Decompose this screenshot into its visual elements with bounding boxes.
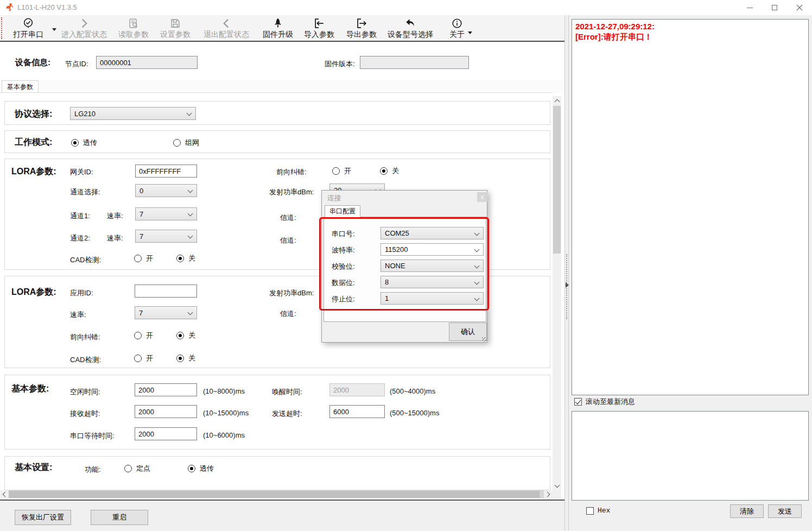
scroll-to-latest-checkbox[interactable] (574, 398, 582, 406)
lora2-fec-off-radio[interactable]: 关 (176, 331, 195, 340)
work-mode-network-radio[interactable]: 组网 (173, 138, 199, 148)
toolbar-about[interactable]: 关于 (446, 17, 468, 41)
lora1-tx-power-label: 发射功率dBm: (269, 187, 314, 197)
protocol-section: 协议选择: LG210 (4, 101, 550, 125)
idle-time-field[interactable] (135, 383, 197, 396)
save-params-icon (169, 17, 181, 29)
message-log[interactable]: 2021-12-27,09:29:12: [Error]:请打开串口！ (572, 19, 809, 395)
open-serial-port-dropdown-caret[interactable] (52, 28, 56, 31)
function-transparent-radio[interactable]: 透传 (188, 464, 214, 473)
firmware-version-field[interactable] (360, 56, 469, 69)
scroll-right-button[interactable] (544, 490, 553, 498)
about-dropdown-caret[interactable] (468, 31, 472, 34)
chevron-down-icon (474, 231, 480, 236)
toolbar-import-params[interactable]: 导入参数 (301, 17, 338, 41)
vertical-scrollbar-thumb[interactable] (553, 106, 561, 254)
protocol-label: 协议选择: (15, 109, 52, 120)
lora1-fec-on-radio[interactable]: 开 (332, 166, 351, 176)
scroll-left-button[interactable] (0, 490, 9, 498)
firmware-version-label: 固件版本: (325, 59, 355, 69)
about-icon (451, 17, 463, 29)
serial-port-combo[interactable]: COM25 (380, 227, 484, 239)
chevron-down-icon (188, 211, 193, 217)
toolbar-export-params[interactable]: 导出参数 (343, 17, 380, 41)
toolbar-save-params[interactable]: 设置参数 (156, 17, 194, 41)
dialog-resize-grip[interactable] (482, 337, 486, 342)
horizontal-scrollbar[interactable] (0, 490, 553, 498)
tx-timeout-field[interactable] (329, 405, 385, 418)
protocol-select[interactable]: LG210 (70, 107, 196, 120)
chevron-up-icon (554, 99, 560, 104)
lora2-cad-on-radio[interactable]: 开 (134, 353, 153, 363)
app-id-field[interactable] (135, 285, 197, 298)
lora2-rate-label: 速率: (70, 310, 86, 320)
gateway-id-label: 网关ID: (70, 167, 93, 177)
title-bar: L101-L-H20 V1.3.5 (0, 0, 812, 15)
scroll-down-button[interactable] (553, 481, 561, 490)
stop-bits-label: 停止位: (332, 294, 355, 304)
wake-time-label: 唤醒时间: (272, 387, 302, 397)
lora1-cad-on-radio[interactable]: 开 (134, 254, 153, 263)
rx-timeout-label: 接收超时: (70, 409, 100, 419)
toolbar-firmware-upgrade[interactable]: 固件升级 (259, 17, 296, 41)
node-id-field[interactable] (96, 56, 198, 69)
send-input[interactable] (572, 411, 809, 501)
dialog-tab-serial-config[interactable]: 串口配置 (325, 205, 360, 217)
rx-timeout-field[interactable] (135, 405, 197, 418)
baud-rate-combo[interactable]: 115200 (380, 243, 484, 256)
tx-timeout-label: 发送超时: (272, 409, 302, 419)
toolbar-read-params[interactable]: 读取参数 (115, 17, 152, 41)
channel2-rate-combo[interactable]: 7 (135, 230, 197, 243)
maximize-button[interactable] (762, 0, 787, 15)
log-line-error: [Error]:请打开串口！ (575, 31, 805, 42)
channel-select-combo[interactable]: 0 (135, 184, 197, 197)
channel-select-label: 通道选择: (70, 187, 100, 197)
function-fixed-point-radio[interactable]: 定点 (124, 464, 150, 473)
data-bits-combo[interactable]: 8 (380, 276, 484, 288)
horizontal-scrollbar-thumb[interactable] (9, 491, 540, 498)
lora1-cad-label: CAD检测: (70, 255, 101, 265)
toolbar-exit-config[interactable]: 退出配置状态 (200, 17, 253, 41)
confirm-button[interactable]: 确认 (449, 323, 487, 341)
restart-button[interactable]: 重启 (91, 510, 148, 525)
stop-bits-combo[interactable]: 1 (380, 292, 484, 305)
tab-strip: 基本参数 (0, 80, 564, 93)
tab-basic-params[interactable]: 基本参数 (2, 80, 39, 93)
toolbar-enter-config[interactable]: 进入配置状态 (58, 17, 111, 41)
factory-reset-button[interactable]: 恢复出厂设置 (15, 510, 71, 525)
close-icon: x (481, 193, 484, 201)
lora2-rate-combo[interactable]: 7 (135, 306, 197, 319)
dialog-close-button[interactable]: x (477, 192, 487, 202)
window-title: L101-L-H20 V1.3.5 (17, 3, 77, 11)
lora2-fec-on-radio[interactable]: 开 (134, 331, 153, 340)
chevron-down-icon (187, 111, 192, 116)
channel1-rate-combo[interactable]: 7 (135, 207, 197, 220)
lora2-channel-label: 信道: (280, 309, 296, 319)
idle-time-label: 空闲时间: (70, 387, 100, 397)
toolbar-device-model-select[interactable]: 设备型号选择 (384, 17, 436, 41)
lora1-fec-off-radio[interactable]: 关 (380, 166, 399, 176)
parity-combo[interactable]: NONE (380, 260, 484, 272)
serial-wait-field[interactable] (135, 427, 197, 440)
work-mode-transparent-radio[interactable]: 透传 (71, 138, 97, 148)
toolbar-grip[interactable] (1, 17, 3, 39)
connection-dialog[interactable]: 连接 x 串口配置 串口号: COM25 波特率: 115200 校验位: NO… (321, 190, 487, 343)
scroll-up-button[interactable] (553, 96, 561, 105)
channel2-rate-label: 速率: (107, 233, 123, 243)
panel-splitter[interactable] (564, 15, 569, 531)
app-window: L101-L-H20 V1.3.5 打开串口 进入配置状态 读取参数 (0, 0, 812, 531)
vertical-scrollbar[interactable] (553, 96, 561, 490)
lora2-cad-off-radio[interactable]: 关 (176, 353, 195, 363)
send-button[interactable]: 发送 (768, 504, 802, 518)
gateway-id-field[interactable] (135, 165, 197, 178)
data-bits-label: 数据位: (332, 278, 355, 288)
lora1-cad-off-radio[interactable]: 关 (176, 254, 195, 263)
clear-button[interactable]: 清除 (730, 504, 764, 518)
toolbar-open-serial-port[interactable]: 打开串口 (4, 17, 52, 41)
minimize-button[interactable] (737, 0, 762, 15)
parity-label: 校验位: (332, 262, 355, 271)
log-line-timestamp: 2021-12-27,09:29:12: (575, 21, 805, 31)
close-button[interactable] (787, 0, 812, 15)
chevron-down-icon (188, 188, 193, 193)
hex-checkbox[interactable] (586, 507, 594, 515)
